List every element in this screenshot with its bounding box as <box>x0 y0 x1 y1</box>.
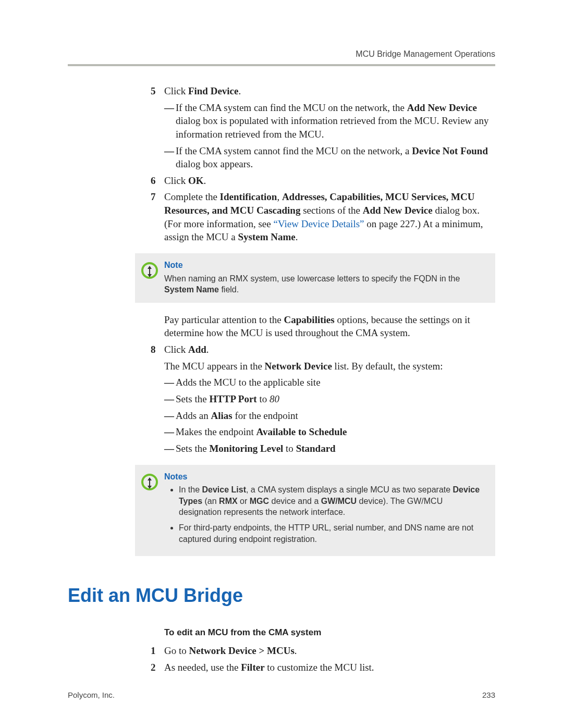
section-heading: Edit an MCU Bridge <box>68 585 495 607</box>
text: Click <box>164 344 188 355</box>
text: Sets the <box>176 443 209 454</box>
text-italic: 80 <box>270 393 279 404</box>
step-5-sub-1: —If the CMA system can find the MCU on t… <box>176 101 495 141</box>
text-bold: MGC <box>250 497 269 505</box>
text-bold: System Name <box>164 285 219 294</box>
step-8-sub-1: —Adds the MCU to the applicable site <box>176 376 495 389</box>
notes-item-1: In the Device List, a CMA system display… <box>179 484 486 518</box>
text-bold: OK <box>188 175 204 186</box>
step-8-sub-3: —Adds an Alias for the endpoint <box>176 409 495 423</box>
text-bold: Capabilities <box>284 314 335 325</box>
text: Click <box>164 85 188 96</box>
text: dialog box is populated with information… <box>176 115 489 140</box>
step-number: 5 <box>151 84 164 98</box>
body-content: 5Click Find Device. —If the CMA system c… <box>164 84 495 674</box>
dash-icon: — <box>164 392 176 406</box>
edit-step-1: 1Go to Network Device > MCUs. <box>164 644 495 658</box>
step-number: 1 <box>151 644 164 658</box>
text-bold: Alias <box>211 410 232 421</box>
step-number: 8 <box>151 343 164 356</box>
text: . <box>203 175 206 186</box>
text-bold: Standard <box>296 443 336 454</box>
notes-title: Notes <box>164 471 486 483</box>
text-bold: Network Device <box>265 361 332 372</box>
text-bold: Device Not Found <box>412 145 488 156</box>
note-icon <box>135 260 164 279</box>
text: Adds an <box>176 410 211 421</box>
text-bold: Add New Device <box>407 102 477 113</box>
text-bold: Find Device <box>188 85 239 96</box>
text: If the CMA system can find the MCU on th… <box>176 102 407 113</box>
step-number: 7 <box>151 190 164 204</box>
text: Pay particular attention to the <box>164 314 284 325</box>
text: Adds the MCU to the applicable site <box>176 377 321 388</box>
text: list. By default, the system: <box>332 361 443 372</box>
text: Sets the <box>176 393 209 404</box>
text: for the endpoint <box>232 410 298 421</box>
note-icon <box>135 471 164 491</box>
text-bold: Add New Device <box>363 205 433 216</box>
step-7: 7Complete the Identification, Addresses,… <box>164 190 495 244</box>
text: or <box>238 497 250 505</box>
text: to <box>283 443 296 454</box>
text: to customize the MCU list. <box>265 662 374 673</box>
text: device and a <box>269 497 321 505</box>
cross-reference-link[interactable]: “View Device Details” <box>273 218 364 229</box>
step-6: 6Click OK. <box>164 174 495 188</box>
step-5-sub-2: —If the CMA system cannot find the MCU o… <box>176 144 495 171</box>
dash-icon: — <box>164 376 176 389</box>
text: dialog box appears. <box>176 158 253 169</box>
dash-icon: — <box>164 409 176 423</box>
step-8-sub-4: —Makes the endpoint Available to Schedul… <box>176 425 495 439</box>
notes-block: Notes In the Device List, a CMA system d… <box>135 465 495 557</box>
page: MCU Bridge Management Operations 5Click … <box>0 0 563 728</box>
text: In the <box>179 485 202 494</box>
text: . <box>296 231 298 242</box>
dash-icon: — <box>164 144 176 158</box>
edit-step-2: 2As needed, use the Filter to customize … <box>164 661 495 674</box>
text-bold: System Name <box>238 231 295 242</box>
text: When naming an RMX system, use lowercase… <box>164 274 460 283</box>
running-header: MCU Bridge Management Operations <box>68 50 495 59</box>
text: . <box>206 344 209 355</box>
footer-company: Polycom, Inc. <box>68 690 115 699</box>
notes-body: Notes In the Device List, a CMA system d… <box>164 471 486 549</box>
procedure-title: To edit an MCU from the CMA system <box>164 627 495 638</box>
text: , <box>277 191 282 202</box>
text: The MCU appears in the <box>164 361 265 372</box>
text: , a CMA system displays a single MCU as … <box>246 485 453 494</box>
text-bold: Available to Schedule <box>256 426 347 437</box>
note-block: Note When naming an RMX system, use lowe… <box>135 253 495 303</box>
step-8-sub-5: —Sets the Monitoring Level to Standard <box>176 442 495 455</box>
dash-icon: — <box>164 442 176 455</box>
notes-item-2: For third-party endpoints, the HTTP URL,… <box>179 522 486 545</box>
text: . <box>295 645 297 656</box>
footer: Polycom, Inc. 233 <box>68 690 495 699</box>
header-rule <box>68 64 495 66</box>
text-bold: GW/MCU <box>321 497 357 505</box>
text-bold: Monitoring Level <box>209 443 283 454</box>
text-bold: Identification <box>220 191 277 202</box>
text: If the CMA system cannot find the MCU on… <box>176 145 412 156</box>
text: (an <box>202 497 219 505</box>
note-body: Note When naming an RMX system, use lowe… <box>164 260 486 295</box>
text: sections of the <box>300 205 362 216</box>
page-number: 233 <box>482 690 495 699</box>
note-title: Note <box>164 260 486 271</box>
text-bold: HTTP Port <box>209 393 256 404</box>
dash-icon: — <box>164 101 176 115</box>
step-number: 6 <box>151 174 164 188</box>
text: Go to <box>164 645 189 656</box>
step-8-sub-2: —Sets the HTTP Port to 80 <box>176 392 495 406</box>
notes-list: In the Device List, a CMA system display… <box>164 484 486 545</box>
step-5: 5Click Find Device. <box>164 84 495 98</box>
text-bold: Add <box>188 344 206 355</box>
text-bold: RMX <box>219 497 238 505</box>
text: field. <box>219 285 239 294</box>
text: Complete the <box>164 191 220 202</box>
text: Click <box>164 175 188 186</box>
dash-icon: — <box>164 425 176 439</box>
paragraph-capabilities: Pay particular attention to the Capabili… <box>164 313 495 340</box>
text-bold: Device List <box>202 485 246 494</box>
text: . <box>239 85 241 96</box>
